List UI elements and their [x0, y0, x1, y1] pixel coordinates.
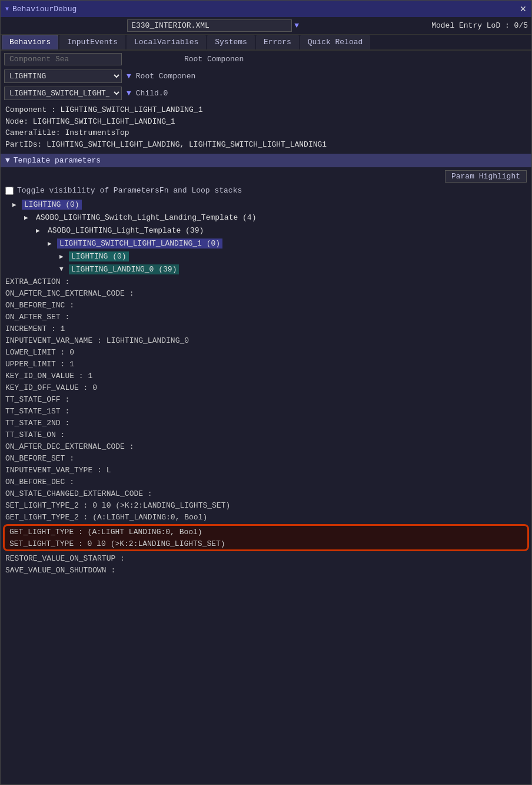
- prop-key-id-off: KEY_ID_OFF_VALUE : 0: [1, 382, 531, 393]
- tree-row-asobo-switch[interactable]: ▶ ASOBO_LIGHTING_Switch_Light_Landing_Te…: [1, 211, 531, 224]
- tab-localvariables[interactable]: LocalVariables: [127, 35, 206, 49]
- tree-container[interactable]: ▶ LIGHTING (0) ▶ ASOBO_LIGHTING_Switch_L…: [1, 197, 531, 784]
- prop-key-id-on: KEY_ID_ON_VALUE : 1: [1, 370, 531, 382]
- switch-component-row: LIGHTING_SWITCH_LIGHT_LA ▼ Child.0: [1, 85, 531, 102]
- camera-info: CameraTitle: InstrumentsTop: [5, 127, 527, 139]
- prop-key-on-after-dec: ON_AFTER_DEC_EXTERNAL_CODE :: [5, 442, 134, 451]
- prop-on-state-changed: ON_STATE_CHANGED_EXTERNAL_CODE :: [1, 488, 531, 499]
- tab-systems[interactable]: Systems: [207, 35, 255, 49]
- prop-save-value: SAVE_VALUE_ON_SHUTDOWN :: [1, 564, 531, 576]
- xml-file-input[interactable]: [127, 19, 292, 32]
- prop-inputevent-var-name: INPUTEVENT_VAR_NAME : LIGHTING_LANDING_0: [1, 334, 531, 346]
- info-section: Component : LIGHTING_SWITCH_LIGHT_LANDIN…: [1, 102, 531, 153]
- tree-arrow-4: ▶: [59, 253, 69, 260]
- root-component-value: Root Componen: [136, 72, 195, 81]
- tree-arrow-1: ▶: [24, 214, 34, 221]
- template-params-header: ▼ Template parameters: [1, 154, 531, 167]
- dropdown-icon: ▼: [294, 21, 299, 30]
- prop-key-set-light-type-2: SET_LIGHT_TYPE_2 : 0 l0 (>K:2:LANDING_LI…: [5, 501, 230, 510]
- prop-key-get-light-type-2: GET_LIGHT_TYPE_2 : (A:LIGHT_LANDING:0, B…: [5, 513, 207, 522]
- prop-on-after-dec: ON_AFTER_DEC_EXTERNAL_CODE :: [1, 440, 531, 452]
- lighting-dropdown-icon: ▼: [127, 72, 131, 81]
- component-info: Component : LIGHTING_SWITCH_LIGHT_LANDIN…: [5, 104, 527, 116]
- tree-label-lighting-inner: LIGHTING (0): [69, 251, 129, 261]
- tree-arrow-2: ▶: [36, 227, 45, 234]
- lighting-dropdown[interactable]: LIGHTING: [4, 69, 122, 83]
- prop-increment: INCREMENT : 1: [1, 323, 531, 334]
- prop-on-before-set: ON_BEFORE_SET :: [1, 452, 531, 464]
- prop-set-light-type: SET_LIGHT_TYPE : 0 l0 (>K:2:LANDING_LIGH…: [5, 538, 527, 549]
- prop-key-tt-state-1st: TT_STATE_1ST :: [5, 407, 69, 416]
- toggle-label: Toggle visibility of ParametersFn and Lo…: [17, 186, 242, 195]
- component-search-input[interactable]: [4, 53, 122, 65]
- tree-arrow-0: ▶: [12, 201, 22, 208]
- root-component-label: Root Componen: [184, 55, 244, 64]
- tree-label-asobo-light: ASOBO_LIGHTING_Light_Template (39): [45, 226, 206, 236]
- toolbar-row: ▼ Model Entry LoD : 0/5: [1, 17, 531, 35]
- prop-key-get-light-type: GET_LIGHT_TYPE : (A:LIGHT LANDING:0, Boo…: [9, 528, 202, 536]
- template-params-label: Template parameters: [14, 156, 101, 165]
- switch-dropdown-icon: ▼: [127, 89, 131, 98]
- prop-extra-action: EXTRA_ACTION :: [1, 276, 531, 287]
- tree-row-lighting[interactable]: ▶ LIGHTING (0): [1, 198, 531, 211]
- search-row: Root Componen: [1, 51, 531, 68]
- prop-key-lower-limit: LOWER_LIMIT : 0: [5, 348, 74, 357]
- tree-row-lighting-landing[interactable]: ▼ LIGHTING_LANDING_0 (39): [1, 263, 531, 276]
- template-params-arrow: ▼: [5, 156, 10, 165]
- tree-arrow-5: ▼: [59, 266, 69, 273]
- tab-behaviors[interactable]: Behaviors: [2, 35, 58, 49]
- tree-row-lighting-inner[interactable]: ▶ LIGHTING (0): [1, 250, 531, 263]
- prop-key-on-after-set: ON_AFTER_SET :: [5, 313, 69, 322]
- tree-label-asobo-switch: ASOBO_LIGHTING_Switch_Light_Landing_Temp…: [34, 213, 258, 223]
- tree-label-lighting: LIGHTING (0): [22, 200, 82, 210]
- behaviour-debug-window: ▼ BehaviourDebug ✕ ▼ Model Entry LoD : 0…: [0, 0, 532, 785]
- prop-restore-value: RESTORE_VALUE_ON_STARTUP :: [1, 552, 531, 564]
- prop-on-after-inc: ON_AFTER_INC_EXTERNAL_CODE :: [1, 287, 531, 299]
- prop-key-inputevent-var-name: INPUTEVENT_VAR_NAME : LIGHTING_LANDING_0: [5, 336, 189, 345]
- prop-lower-limit: LOWER_LIMIT : 0: [1, 346, 531, 358]
- title-triangle-icon: ▼: [5, 6, 9, 12]
- prop-key-extra-action: EXTRA_ACTION :: [5, 277, 69, 286]
- prop-key-inputevent-var-type: INPUTEVENT_VAR_TYPE : L: [5, 466, 111, 475]
- prop-get-light-type-2: GET_LIGHT_TYPE_2 : (A:LIGHT_LANDING:0, B…: [1, 511, 531, 523]
- toggle-checkbox[interactable]: [5, 187, 14, 195]
- prop-tt-state-on: TT_STATE_ON :: [1, 429, 531, 440]
- tree-row-asobo-light[interactable]: ▶ ASOBO_LIGHTING_Light_Template (39): [1, 224, 531, 237]
- window-title: BehaviourDebug: [12, 5, 77, 14]
- prop-on-after-set: ON_AFTER_SET :: [1, 311, 531, 323]
- prop-tt-state-2nd: TT_STATE_2ND :: [1, 417, 531, 429]
- partids-info: PartIDs: LIGHTING_SWITCH_LIGHT_LANDING, …: [5, 139, 527, 151]
- prop-inputevent-var-type: INPUTEVENT_VAR_TYPE : L: [1, 464, 531, 476]
- toggle-row: Toggle visibility of ParametersFn and Lo…: [1, 184, 531, 197]
- prop-key-on-before-inc: ON_BEFORE_INC :: [5, 301, 74, 310]
- param-highlight-button[interactable]: Param Highlight: [445, 170, 527, 183]
- prop-key-set-light-type: SET_LIGHT_TYPE : 0 l0 (>K:2:LANDING_LIGH…: [9, 539, 225, 548]
- switch-dropdown[interactable]: LIGHTING_SWITCH_LIGHT_LA: [4, 87, 122, 100]
- prop-key-on-before-set: ON_BEFORE_SET :: [5, 454, 74, 463]
- prop-key-save-value: SAVE_VALUE_ON_SHUTDOWN :: [5, 566, 115, 575]
- prop-get-light-type: GET_LIGHT_TYPE : (A:LIGHT LANDING:0, Boo…: [5, 526, 527, 538]
- title-bar: ▼ BehaviourDebug ✕: [1, 1, 531, 17]
- title-bar-left: ▼ BehaviourDebug: [5, 5, 77, 14]
- tree-arrow-3: ▶: [48, 240, 57, 247]
- prop-key-on-after-inc: ON_AFTER_INC_EXTERNAL_CODE :: [5, 289, 134, 298]
- prop-upper-limit: UPPER_LIMIT : 1: [1, 358, 531, 370]
- lighting-component-row: LIGHTING ▼ Root Componen: [1, 68, 531, 85]
- tree-label-lighting-landing: LIGHTING_LANDING_0 (39): [69, 264, 179, 274]
- tab-errors[interactable]: Errors: [256, 35, 299, 49]
- model-entry-label: Model Entry LoD : 0/5: [431, 21, 528, 30]
- prop-key-on-before-dec: ON_BEFORE_DEC :: [5, 478, 74, 486]
- prop-on-before-dec: ON_BEFORE_DEC :: [1, 476, 531, 488]
- prop-tt-state-off: TT_STATE_OFF :: [1, 393, 531, 405]
- close-button[interactable]: ✕: [520, 4, 527, 14]
- prop-tt-state-1st: TT_STATE_1ST :: [1, 405, 531, 417]
- child-value: Child.0: [136, 89, 168, 98]
- tree-label-lighting-switch: LIGHTING_SWITCH_LIGHT_LANDING_1 (0): [57, 239, 222, 249]
- tree-row-lighting-switch[interactable]: ▶ LIGHTING_SWITCH_LIGHT_LANDING_1 (0): [1, 237, 531, 250]
- tab-quickreload[interactable]: Quick Reload: [300, 35, 371, 49]
- tab-inputevents[interactable]: InputEvents: [59, 35, 125, 49]
- prop-key-increment: INCREMENT : 1: [5, 324, 65, 333]
- tabs-row: Behaviors InputEvents LocalVariables Sys…: [1, 35, 531, 51]
- prop-set-light-type-2: SET_LIGHT_TYPE_2 : 0 l0 (>K:2:LANDING_LI…: [1, 499, 531, 511]
- prop-key-restore-value: RESTORE_VALUE_ON_STARTUP :: [5, 554, 125, 563]
